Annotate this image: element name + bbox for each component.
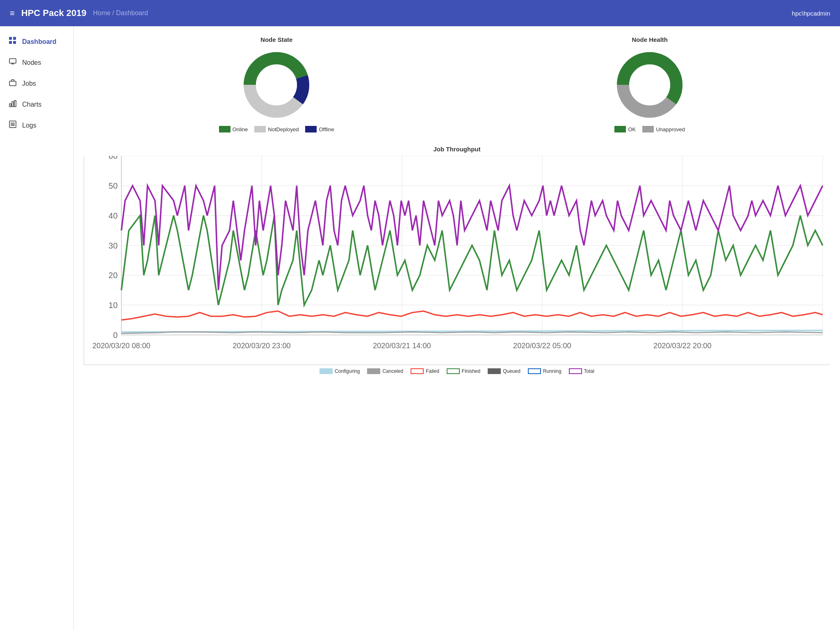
sidebar-item-dashboard[interactable]: Dashboard: [0, 31, 73, 52]
legend-ok: OK: [614, 126, 636, 132]
legend-box-online: [219, 126, 231, 132]
svg-rect-10: [14, 100, 16, 107]
svg-text:0: 0: [113, 331, 118, 340]
legend-line-running: [528, 368, 541, 374]
breadcrumb: Home / Dashboard: [93, 9, 148, 17]
node-state-chart: Node State: [219, 36, 334, 132]
legend-label-unapproved: Unapproved: [656, 126, 685, 132]
legend-label-queued: Queued: [503, 368, 520, 374]
app-header: ≡ HPC Pack 2019 Home / Dashboard hpc\hpc…: [0, 0, 840, 26]
node-health-svg: [605, 48, 695, 122]
svg-point-18: [256, 64, 297, 105]
svg-text:20: 20: [109, 271, 118, 280]
sidebar-label-charts: Charts: [22, 101, 41, 108]
svg-rect-4: [9, 59, 16, 63]
menu-icon[interactable]: ≡: [10, 9, 15, 18]
legend-line-configuring: [320, 368, 333, 374]
legend-line-canceled: [367, 368, 380, 374]
legend-online: Online: [219, 126, 248, 132]
breadcrumb-sep: /: [112, 9, 116, 16]
list-icon: [8, 121, 17, 130]
legend-label-total: Total: [584, 368, 594, 374]
svg-text:40: 40: [109, 211, 118, 220]
node-health-chart: Node Health OK: [605, 36, 695, 132]
legend-configuring: Configuring: [320, 368, 360, 374]
legend-box-notdeployed: [254, 126, 266, 132]
legend-queued: Queued: [488, 368, 520, 374]
legend-offline: Offline: [305, 126, 334, 132]
svg-rect-9: [12, 102, 14, 107]
node-state-title: Node State: [260, 36, 292, 43]
legend-label-ok: OK: [628, 126, 636, 132]
sidebar-label-dashboard: Dashboard: [22, 38, 57, 46]
svg-rect-0: [9, 37, 12, 40]
svg-text:2020/03/22 05:00: 2020/03/22 05:00: [513, 342, 571, 350]
legend-finished: Finished: [447, 368, 480, 374]
svg-rect-8: [9, 104, 11, 107]
svg-text:2020/03/20 23:00: 2020/03/20 23:00: [233, 342, 290, 350]
throughput-chart-wrapper: 0 10 20 30 40 50 60 2020/03/20 08:00 202…: [84, 156, 830, 365]
sidebar-item-charts[interactable]: Charts: [0, 94, 73, 115]
svg-rect-7: [9, 81, 16, 86]
legend-label-canceled: Canceled: [382, 368, 403, 374]
legend-box-ok: [614, 126, 626, 132]
svg-text:2020/03/20 08:00: 2020/03/20 08:00: [92, 342, 150, 350]
sidebar: Dashboard Nodes Jobs: [0, 26, 74, 630]
svg-text:10: 10: [109, 301, 118, 310]
svg-point-21: [629, 64, 670, 105]
legend-line-queued: [488, 368, 501, 374]
legend-total: Total: [569, 368, 594, 374]
sidebar-label-jobs: Jobs: [22, 80, 36, 87]
svg-rect-3: [13, 41, 16, 44]
app-name: HPC Pack 2019: [21, 8, 87, 18]
legend-unapproved: Unapproved: [642, 126, 685, 132]
node-health-title: Node Health: [632, 36, 668, 43]
legend-label-offline: Offline: [319, 126, 334, 132]
node-state-svg: [231, 48, 322, 122]
sidebar-label-nodes: Nodes: [22, 59, 41, 66]
node-health-legend: OK Unapproved: [614, 126, 685, 132]
briefcase-icon: [8, 79, 17, 88]
legend-label-running: Running: [543, 368, 562, 374]
legend-line-failed: [411, 368, 424, 374]
breadcrumb-home[interactable]: Home: [93, 9, 111, 16]
legend-label-failed: Failed: [426, 368, 439, 374]
monitor-icon: [8, 58, 17, 67]
legend-box-offline: [305, 126, 317, 132]
throughput-chart-container: Job Throughput: [84, 146, 830, 374]
throughput-legend: Configuring Canceled Failed Finished Que…: [84, 368, 830, 374]
legend-running: Running: [528, 368, 562, 374]
legend-canceled: Canceled: [367, 368, 403, 374]
grid-icon: [8, 37, 17, 46]
svg-text:60: 60: [109, 156, 118, 160]
node-state-legend: Online NotDeployed Offline: [219, 126, 334, 132]
sidebar-item-nodes[interactable]: Nodes: [0, 52, 73, 73]
sidebar-label-logs: Logs: [22, 122, 37, 129]
main-content: Node State: [74, 26, 840, 630]
breadcrumb-current: Dashboard: [116, 9, 148, 16]
throughput-svg: 0 10 20 30 40 50 60 2020/03/20 08:00 202…: [84, 156, 830, 365]
svg-text:50: 50: [109, 181, 118, 190]
svg-rect-2: [9, 41, 12, 44]
sidebar-item-logs[interactable]: Logs: [0, 115, 73, 136]
svg-text:2020/03/22 20:00: 2020/03/22 20:00: [653, 342, 711, 350]
svg-rect-1: [13, 37, 16, 40]
legend-label-configuring: Configuring: [335, 368, 360, 374]
throughput-title: Job Throughput: [84, 146, 830, 153]
legend-label-notdeployed: NotDeployed: [268, 126, 299, 132]
legend-line-finished: [447, 368, 460, 374]
legend-failed: Failed: [411, 368, 439, 374]
charts-row: Node State: [84, 36, 830, 132]
legend-line-total: [569, 368, 582, 374]
bar-chart-icon: [8, 100, 17, 109]
legend-notdeployed: NotDeployed: [254, 126, 299, 132]
legend-label-online: Online: [233, 126, 248, 132]
user-info: hpc\hpcadmin: [792, 10, 830, 17]
legend-box-unapproved: [642, 126, 654, 132]
sidebar-item-jobs[interactable]: Jobs: [0, 73, 73, 94]
svg-text:30: 30: [109, 241, 118, 250]
svg-text:2020/03/21 14:00: 2020/03/21 14:00: [373, 342, 431, 350]
legend-label-finished: Finished: [462, 368, 480, 374]
